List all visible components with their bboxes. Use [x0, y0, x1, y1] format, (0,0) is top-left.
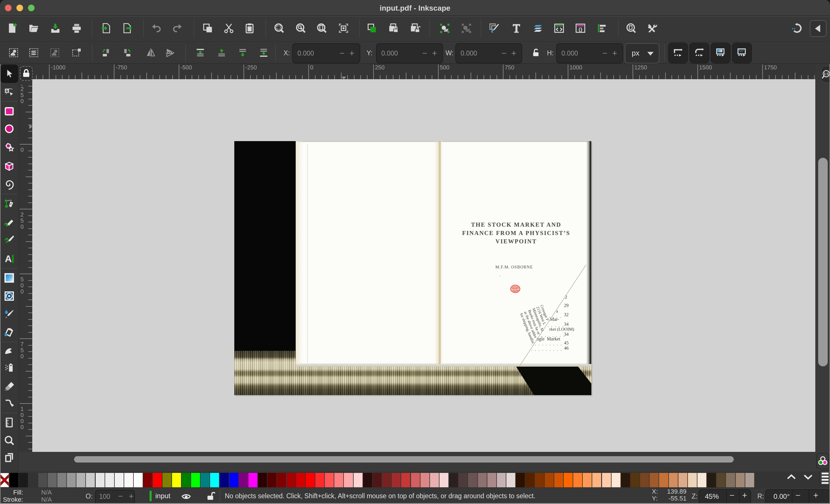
svg-text:{}: {} [578, 27, 582, 32]
svg-text:A: A [5, 254, 12, 264]
svg-text:1:1: 1:1 [824, 72, 829, 76]
